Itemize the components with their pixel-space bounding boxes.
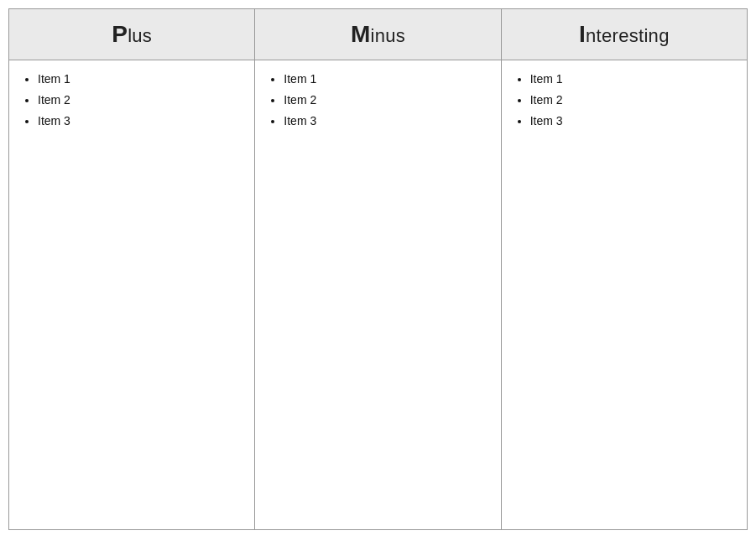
interesting-list: Item 1 Item 2 Item 3 [514, 69, 735, 133]
minus-header: Minus [255, 9, 501, 60]
plus-cell: Item 1 Item 2 Item 3 [9, 60, 255, 530]
interesting-rest-label: nteresting [586, 25, 670, 46]
list-item: Item 3 [530, 111, 735, 132]
list-item: Item 1 [530, 69, 735, 90]
content-row: Item 1 Item 2 Item 3 Item 1 Item 2 Item … [9, 60, 748, 530]
interesting-first-letter: I [579, 21, 586, 47]
list-item: Item 1 [284, 69, 488, 90]
plus-first-letter: P [112, 21, 128, 47]
list-item: Item 2 [530, 90, 735, 111]
interesting-cell: Item 1 Item 2 Item 3 [501, 60, 747, 530]
plus-rest-label: lus [128, 25, 152, 46]
minus-list: Item 1 Item 2 Item 3 [267, 69, 488, 133]
minus-first-letter: M [351, 21, 371, 47]
header-row: Plus Minus Interesting [9, 9, 748, 60]
interesting-header: Interesting [501, 9, 747, 60]
list-item: Item 2 [284, 90, 488, 111]
minus-rest-label: inus [371, 25, 406, 46]
pmi-table: Plus Minus Interesting Item 1 Item 2 Ite… [8, 8, 748, 530]
list-item: Item 1 [38, 69, 242, 90]
list-item: Item 2 [38, 90, 242, 111]
list-item: Item 3 [38, 111, 242, 132]
plus-list: Item 1 Item 2 Item 3 [21, 69, 242, 133]
plus-header: Plus [9, 9, 255, 60]
minus-cell: Item 1 Item 2 Item 3 [255, 60, 501, 530]
list-item: Item 3 [284, 111, 488, 132]
